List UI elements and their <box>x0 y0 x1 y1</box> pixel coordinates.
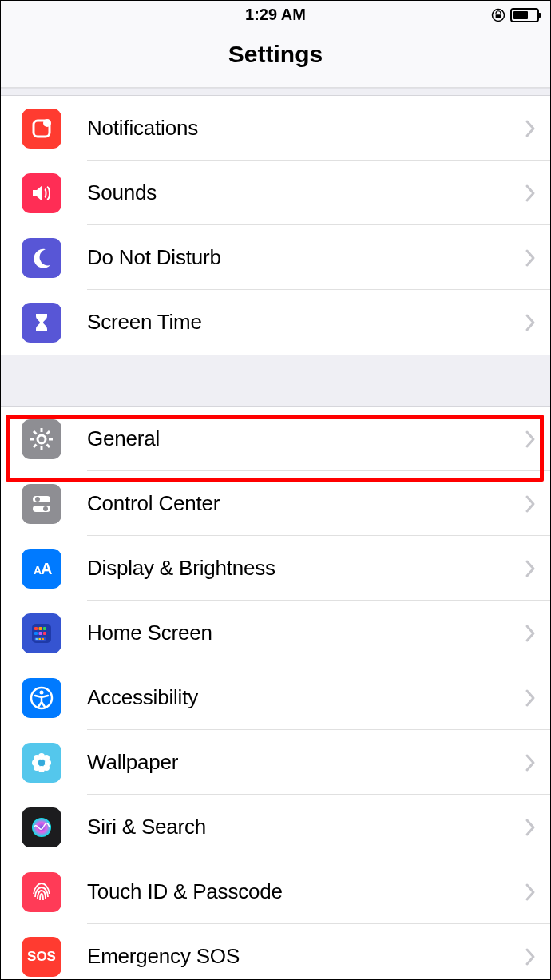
svg-text:A: A <box>41 560 52 577</box>
svg-point-31 <box>40 690 44 694</box>
row-label: Do Not Disturb <box>87 245 525 270</box>
svg-point-16 <box>43 506 48 511</box>
chevron-right-icon <box>525 559 536 578</box>
row-do-not-disturb[interactable]: Do Not Disturb <box>1 225 550 290</box>
status-right <box>491 8 539 22</box>
svg-point-37 <box>43 755 50 761</box>
sounds-icon <box>22 173 61 213</box>
svg-point-40 <box>38 760 45 766</box>
svg-line-11 <box>34 444 37 447</box>
row-display[interactable]: AA Display & Brightness <box>1 536 550 601</box>
svg-point-36 <box>34 755 40 761</box>
svg-rect-29 <box>42 638 45 640</box>
switches-icon <box>22 484 61 524</box>
chevron-right-icon <box>525 947 536 966</box>
row-siri[interactable]: Siri & Search <box>1 795 550 859</box>
nav-header: Settings <box>1 29 550 88</box>
sos-icon: SOS <box>22 937 61 977</box>
accessibility-icon <box>22 678 61 718</box>
row-label: Accessibility <box>87 685 525 710</box>
notifications-icon <box>22 109 61 149</box>
row-label: Notifications <box>87 116 525 141</box>
chevron-right-icon <box>525 688 536 708</box>
row-control-center[interactable]: Control Center <box>1 471 550 536</box>
svg-rect-1 <box>496 14 501 18</box>
svg-rect-22 <box>43 627 46 630</box>
row-accessibility[interactable]: Accessibility <box>1 665 550 730</box>
svg-point-39 <box>43 764 50 771</box>
row-wallpaper[interactable]: Wallpaper <box>1 730 550 795</box>
siri-icon <box>22 807 61 847</box>
svg-point-4 <box>38 435 46 443</box>
row-sos[interactable]: SOS Emergency SOS <box>1 924 550 980</box>
svg-point-3 <box>43 119 51 127</box>
svg-rect-27 <box>36 638 38 640</box>
row-notifications[interactable]: Notifications <box>1 96 550 161</box>
group-separator <box>1 355 550 407</box>
svg-point-14 <box>35 497 40 502</box>
svg-rect-20 <box>34 627 38 630</box>
status-time: 1:29 AM <box>245 6 306 24</box>
svg-line-12 <box>47 431 50 434</box>
row-touchid[interactable]: Touch ID & Passcode <box>1 859 550 924</box>
hourglass-icon <box>22 303 61 343</box>
row-label: Wallpaper <box>87 750 525 775</box>
row-label: General <box>87 427 525 451</box>
row-home-screen[interactable]: Home Screen <box>1 601 550 665</box>
svg-rect-24 <box>39 632 42 635</box>
settings-group-1: General Control Center AA Display & Brig… <box>1 407 550 980</box>
row-sounds[interactable]: Sounds <box>1 161 550 225</box>
row-label: Emergency SOS <box>87 944 525 969</box>
row-label: Siri & Search <box>87 815 525 839</box>
chevron-right-icon <box>525 313 536 332</box>
row-general[interactable]: General <box>1 407 550 471</box>
row-label: Sounds <box>87 181 525 205</box>
chevron-right-icon <box>525 248 536 268</box>
svg-line-9 <box>34 431 37 434</box>
rotation-lock-icon <box>491 8 505 22</box>
textsize-icon: AA <box>22 549 61 589</box>
battery-icon <box>510 8 539 22</box>
chevron-right-icon <box>525 753 536 772</box>
fingerprint-icon <box>22 872 61 912</box>
svg-point-38 <box>34 764 40 771</box>
page-title: Settings <box>1 41 550 68</box>
row-label: Home Screen <box>87 621 525 645</box>
moon-icon <box>22 238 61 278</box>
svg-point-41 <box>32 818 51 837</box>
row-label: Control Center <box>87 491 525 516</box>
group-separator <box>1 88 550 96</box>
row-label: Screen Time <box>87 310 525 335</box>
row-label: Display & Brightness <box>87 556 525 581</box>
chevron-right-icon <box>525 494 536 514</box>
chevron-right-icon <box>525 184 536 203</box>
svg-rect-28 <box>39 638 42 640</box>
apps-icon <box>22 613 61 653</box>
chevron-right-icon <box>525 624 536 643</box>
svg-rect-25 <box>43 632 46 635</box>
row-screen-time[interactable]: Screen Time <box>1 290 550 355</box>
row-label: Touch ID & Passcode <box>87 879 525 904</box>
chevron-right-icon <box>525 883 536 902</box>
svg-rect-23 <box>34 632 38 635</box>
svg-line-10 <box>47 444 50 447</box>
chevron-right-icon <box>525 119 536 138</box>
chevron-right-icon <box>525 430 536 449</box>
status-bar: 1:29 AM <box>1 1 550 29</box>
settings-group-0: Notifications Sounds Do Not Disturb Scre… <box>1 96 550 355</box>
flower-icon <box>22 743 61 783</box>
chevron-right-icon <box>525 818 536 837</box>
svg-rect-21 <box>39 627 42 630</box>
gear-icon <box>22 419 61 459</box>
